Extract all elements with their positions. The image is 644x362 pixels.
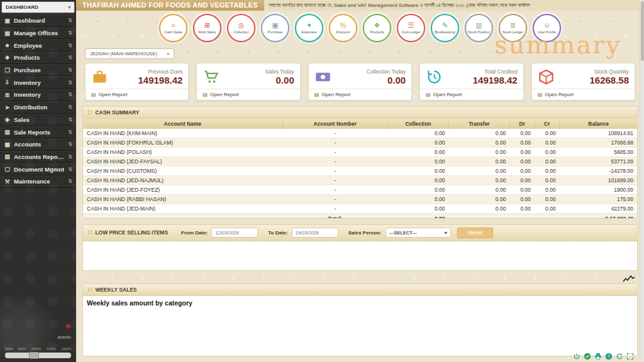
zoom-slider[interactable] bbox=[5, 353, 71, 358]
expand-icon: ⇅ bbox=[68, 18, 72, 23]
quick-action-stock-position[interactable]: ▥ Stock Position bbox=[465, 14, 493, 42]
quick-action-bookkeeping[interactable]: ✎ Bookkeeping bbox=[431, 14, 459, 42]
dashboard-icon: ▣ bbox=[4, 18, 11, 24]
sidebar-item-manage-offices[interactable]: ▤ Manage Offices ⇅ bbox=[0, 27, 76, 40]
refresh-icon[interactable] bbox=[616, 353, 623, 360]
low-price-section: ∷ LOW PRICE SELLING ITEMS From Date: To … bbox=[82, 224, 638, 271]
weekly-sales-chart-title: Weekly sales amount by category bbox=[83, 296, 637, 310]
col-transfer[interactable]: Transfer bbox=[448, 119, 509, 129]
sidebar-item-accounts-reports[interactable]: ▨ Accounts Reports ⇅ bbox=[0, 151, 76, 163]
table-row: CASH IN HAND (POLASH) - 0.00 0.00 0.00 0… bbox=[83, 148, 637, 157]
sales-person-label: Sales Person: bbox=[348, 230, 382, 236]
document-icon: ▢ bbox=[4, 166, 11, 172]
top-bar: THAFIRAH AHMED FOR FOODS AND VEGETABLES … bbox=[76, 0, 644, 11]
stock-ledger-icon: ≣ bbox=[510, 22, 516, 29]
banknote-icon bbox=[314, 69, 331, 85]
purchase-icon: ❒ bbox=[4, 67, 11, 74]
accounts-reports-icon: ▨ bbox=[4, 153, 11, 160]
vertical-scrollbar[interactable] bbox=[640, 0, 644, 362]
zoom-level-label[interactable]: 80% bbox=[5, 346, 13, 351]
offices-icon: ▤ bbox=[4, 30, 11, 36]
sidebar-item-dashboard[interactable]: ▣ Dashboard ⇅ bbox=[0, 14, 76, 27]
quick-action-cust-ledger[interactable]: ☰ Cust.Ledger bbox=[397, 14, 425, 42]
cash-summary-table: Account Name Account Number Collection T… bbox=[83, 119, 637, 219]
sales-person-select[interactable]: ---SELECT--- ▾ bbox=[386, 228, 451, 238]
total-label: Total: bbox=[282, 214, 387, 219]
open-report-link[interactable]: ▤ Open Report bbox=[197, 89, 299, 100]
open-report-link[interactable]: ▤ Open Report bbox=[309, 89, 411, 100]
quick-action-cash-sales[interactable]: ¤ Cash Sales bbox=[159, 14, 187, 42]
stat-label: Collection Today bbox=[367, 69, 406, 75]
col-cr[interactable]: Cr bbox=[535, 119, 560, 129]
quick-action-products[interactable]: ❖ Products bbox=[363, 14, 391, 42]
col-account-number[interactable]: Account Number bbox=[282, 119, 387, 129]
sidebar-dashboard-select[interactable]: DASHBOARD ▾ bbox=[1, 1, 75, 13]
to-date-input[interactable] bbox=[292, 228, 338, 238]
low-price-results-area bbox=[83, 241, 637, 271]
print-icon[interactable] bbox=[594, 353, 602, 360]
sidebar-item-inventory[interactable]: ⇩ Inventory ⇅ bbox=[0, 76, 76, 89]
col-balance[interactable]: Balance bbox=[560, 119, 637, 129]
box-icon bbox=[538, 69, 555, 85]
from-date-input[interactable] bbox=[211, 228, 258, 238]
quick-action-stock-ledger[interactable]: ≣ Stock Ledger bbox=[499, 14, 527, 42]
sidebar: DASHBOARD ▾ ▣ Dashboard ⇅ ▤ Manage Offic… bbox=[0, 0, 76, 362]
briefcase-icon bbox=[91, 69, 108, 85]
weekly-sales-header: ∷ WEEKLY SALES bbox=[83, 284, 637, 296]
app-root: DASHBOARD ▾ ▣ Dashboard ⇅ ▤ Manage Offic… bbox=[0, 0, 644, 362]
sidebar-item-maintenance[interactable]: ⚒ Maintenance ⇅ bbox=[0, 175, 76, 188]
fullscreen-icon[interactable] bbox=[626, 353, 634, 360]
zoom-slider-handle[interactable] bbox=[29, 352, 39, 359]
expand-icon: ⇅ bbox=[68, 80, 72, 85]
user-badge-icon: ❋ bbox=[65, 322, 71, 331]
stat-cards-row: Previous Dues 149198.42 ▤ Open Report Sa… bbox=[76, 62, 644, 106]
monitor-check-icon[interactable] bbox=[584, 353, 591, 360]
expand-icon: ⇅ bbox=[68, 167, 72, 172]
sidebar-item-inventory-2[interactable]: ≣ Inventory ⇅ bbox=[0, 89, 76, 101]
zoom-level-label[interactable]: 100% bbox=[31, 346, 41, 351]
section-grid-icon: ∷ bbox=[88, 287, 92, 293]
main-content: THAFIRAH AHMED FOR FOODS AND VEGETABLES … bbox=[76, 0, 644, 362]
open-report-link[interactable]: ▤ Open Report bbox=[532, 89, 635, 100]
zoom-level-label[interactable]: 120% bbox=[61, 346, 71, 351]
sidebar-item-purchase[interactable]: ❒ Purchase ⇅ bbox=[0, 64, 76, 77]
open-report-link[interactable]: ▤ Open Report bbox=[86, 89, 188, 100]
help-icon[interactable]: ? bbox=[605, 353, 613, 360]
warehouse-select[interactable]: JEDDAH (MAIN WAREHOUSE) ▾ bbox=[85, 48, 174, 59]
report-icon: ▤ bbox=[426, 92, 431, 97]
stat-card-total-credited: Total Credited 149198.42 ▤ Open Report bbox=[419, 63, 523, 101]
quick-action-purchase[interactable]: ▣ Purchase bbox=[261, 14, 289, 42]
zoom-levels: 80% 90% 100% 110% 120% bbox=[5, 346, 71, 351]
col-collection[interactable]: Collection bbox=[388, 119, 449, 129]
sidebar-item-products[interactable]: ❖ Products ⇅ bbox=[0, 52, 76, 64]
expand-icon: ⇅ bbox=[68, 55, 72, 60]
stat-card-previous-dues: Previous Dues 149198.42 ▤ Open Report bbox=[85, 63, 189, 101]
quick-action-discount[interactable]: % Discount bbox=[329, 14, 357, 42]
scrollbar-thumb[interactable] bbox=[641, 1, 644, 61]
sidebar-item-accounts[interactable]: ▦ Accounts ⇅ bbox=[0, 138, 76, 151]
stat-value: 16268.58 bbox=[589, 75, 629, 85]
stat-value: 0.00 bbox=[367, 75, 406, 85]
power-icon[interactable] bbox=[573, 353, 580, 360]
sidebar-item-sale-reports[interactable]: ▥ Sale Reports ⇅ bbox=[0, 126, 76, 138]
sidebar-item-distribution[interactable]: ➤ Distribution ⇅ bbox=[0, 101, 76, 114]
col-dr[interactable]: Dr bbox=[509, 119, 535, 129]
table-row: CASH IN HAND (KHM-MAIN) - 0.00 0.00 0.00… bbox=[83, 129, 637, 138]
sidebar-item-employee[interactable]: ☻ Employee ⇅ bbox=[0, 39, 76, 52]
open-report-link[interactable]: ▤ Open Report bbox=[420, 89, 523, 100]
sidebar-item-document-mgmnt[interactable]: ▢ Document Mgmnt ⇅ bbox=[0, 163, 76, 175]
quick-action-expenses[interactable]: ✦ Expenses bbox=[295, 14, 323, 42]
zoom-level-label[interactable]: 90% bbox=[18, 346, 26, 351]
chart-toggle-icon[interactable] bbox=[623, 274, 635, 282]
to-date-label: To Date: bbox=[268, 230, 287, 236]
sidebar-nav: ▣ Dashboard ⇅ ▤ Manage Offices ⇅ ☻ Emplo… bbox=[0, 14, 76, 188]
sale-reports-icon: ▥ bbox=[4, 129, 11, 135]
col-account-name[interactable]: Account Name bbox=[83, 119, 282, 129]
quick-action-user-profile[interactable]: ☺ User Profile bbox=[533, 14, 561, 42]
quick-action-collection[interactable]: ◎ Collection bbox=[227, 14, 255, 42]
quick-action-multi-sales[interactable]: ⊞ Multi Sales bbox=[193, 14, 221, 42]
sidebar-item-sales[interactable]: ◈ Sales ⇅ bbox=[0, 114, 76, 126]
from-date-label: From Date: bbox=[181, 230, 208, 236]
zoom-level-label[interactable]: 110% bbox=[47, 346, 56, 351]
show-button[interactable]: SHOW bbox=[457, 228, 493, 238]
